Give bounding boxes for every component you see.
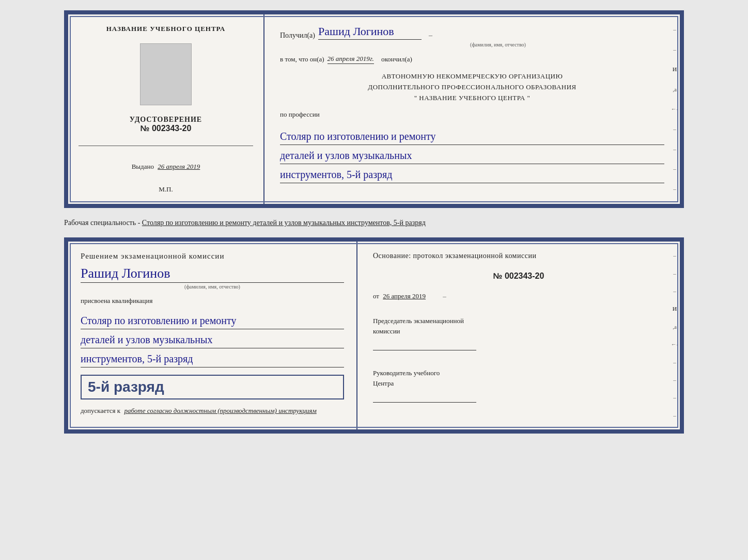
qual-line3: инструментов, 5-й разряд bbox=[81, 350, 344, 367]
udostoverenie-number: № 002343-20 bbox=[130, 124, 202, 133]
qual-line2: деталей и узлов музыкальных bbox=[81, 331, 344, 348]
udostoverenie-title: УДОСТОВЕРЕНИЕ bbox=[130, 116, 202, 124]
vydano-label: Выдано bbox=[132, 163, 154, 170]
cert-top-left: НАЗВАНИЕ УЧЕБНОГО ЦЕНТРА УДОСТОВЕРЕНИЕ №… bbox=[68, 14, 264, 204]
recipient-name: Рашид Логинов bbox=[318, 25, 422, 40]
bold-rank-box: 5-й разряд bbox=[81, 375, 344, 399]
rukovoditel-title1: Руководитель учебного bbox=[373, 368, 664, 378]
protocol-number: № 002343-20 bbox=[373, 271, 664, 281]
school-title-left: НАЗВАНИЕ УЧЕБНОГО ЦЕНТРА bbox=[106, 25, 226, 33]
vydano-line: Выдано 26 апреля 2019 bbox=[132, 163, 200, 171]
profession-lines: Столяр по изготовлению и ремонту деталей… bbox=[280, 126, 664, 183]
profession-line2: деталей и узлов музыкальных bbox=[280, 147, 664, 164]
right-dashes-bottom: – – – И ,а ←- – – – – bbox=[669, 242, 680, 429]
prisvoena-text: присвоена квалификация bbox=[81, 297, 344, 305]
photo-placeholder bbox=[140, 43, 192, 105]
org-line2: ДОПОЛНИТЕЛЬНОГО ПРОФЕССИОНАЛЬНОГО ОБРАЗО… bbox=[280, 82, 664, 93]
description-text: Рабочая специальность - Столяр по изгото… bbox=[64, 214, 684, 231]
profession-line1: Столяр по изготовлению и ремонту bbox=[280, 128, 664, 145]
predsedatel-title1: Председатель экзаменационной bbox=[373, 316, 664, 326]
rukovoditel-signature bbox=[373, 390, 476, 403]
qual-line1: Столяр по изготовлению и ремонту bbox=[81, 312, 344, 329]
predsedatel-title2: комиссии bbox=[373, 326, 664, 337]
description-specialty: Столяр по изготовлению и ремонту деталей… bbox=[142, 219, 426, 227]
okonchil-label: окончил(а) bbox=[381, 55, 412, 63]
ot-date-value: 26 апреля 2019 bbox=[383, 292, 426, 300]
poluchil-row: Получил(а) Рашид Логинов – bbox=[280, 25, 664, 40]
mp-line: М.П. bbox=[159, 185, 173, 194]
bottom-certificate: Решением экзаменационной комиссии Рашид … bbox=[64, 237, 684, 434]
vtom-label: в том, что он(а) bbox=[280, 55, 324, 63]
chairman-block: Председатель экзаменационной комиссии bbox=[373, 316, 664, 350]
poluchil-label: Получил(а) bbox=[280, 31, 315, 40]
document-container: НАЗВАНИЕ УЧЕБНОГО ЦЕНТРА УДОСТОВЕРЕНИЕ №… bbox=[64, 10, 684, 434]
org-line3: " НАЗВАНИЕ УЧЕБНОГО ЦЕНТРА " bbox=[280, 93, 664, 104]
po-professii-label: по профессии bbox=[280, 110, 664, 119]
org-block: АВТОНОМНУЮ НЕКОММЕРЧЕСКУЮ ОРГАНИЗАЦИЮ ДО… bbox=[280, 71, 664, 103]
cert-bottom-left: Решением экзаменационной комиссии Рашид … bbox=[68, 242, 357, 429]
dopuskaetsya-label: допускается к bbox=[81, 407, 120, 414]
dopuskaetsya-value: работе согласно должностным (производств… bbox=[124, 407, 316, 414]
rukovoditel-block: Руководитель учебного Центра bbox=[373, 368, 664, 403]
top-certificate: НАЗВАНИЕ УЧЕБНОГО ЦЕНТРА УДОСТОВЕРЕНИЕ №… bbox=[64, 10, 684, 208]
cert-bottom-right: Основание: протокол экзаменационной коми… bbox=[357, 242, 680, 429]
profession-line3: инструментов, 5-й разряд bbox=[280, 166, 664, 183]
fio-hint-top: (фамилия, имя, отчество) bbox=[332, 42, 664, 47]
ot-label: от bbox=[373, 292, 379, 300]
name-block-bottom: Рашид Логинов (фамилия, имя, отчество) bbox=[81, 266, 344, 290]
description-part1: Рабочая специальность - bbox=[64, 219, 142, 227]
vydano-date: 26 апреля 2019 bbox=[158, 163, 200, 170]
rukovoditel-title2: Центра bbox=[373, 378, 664, 389]
dopuskaetsya-row: допускается к работе согласно должностны… bbox=[81, 407, 344, 415]
cert-top-right: Получил(а) Рашид Логинов – (фамилия, имя… bbox=[264, 14, 680, 204]
osnovanie-text: Основание: протокол экзаменационной коми… bbox=[373, 252, 664, 260]
resheniem-text: Решением экзаменационной комиссии bbox=[81, 252, 344, 261]
qualification-lines-bottom: Столяр по изготовлению и ремонту деталей… bbox=[81, 310, 344, 367]
completion-date: 26 апреля 2019г. bbox=[328, 55, 374, 64]
predsedatel-signature bbox=[373, 338, 476, 350]
org-line1: АВТОНОМНУЮ НЕКОММЕРЧЕСКУЮ ОРГАНИЗАЦИЮ bbox=[280, 71, 664, 82]
fio-hint-bottom: (фамилия, имя, отчество) bbox=[81, 284, 344, 290]
ot-date: от 26 апреля 2019 – bbox=[373, 292, 664, 300]
bold-rank-text: 5-й разряд bbox=[88, 379, 164, 395]
bottom-recipient-name: Рашид Логинов bbox=[81, 266, 344, 283]
vtom-row: в том, что он(а) 26 апреля 2019г. окончи… bbox=[280, 55, 664, 64]
right-dashes: – – И ,а ←- – – – – bbox=[669, 14, 680, 204]
